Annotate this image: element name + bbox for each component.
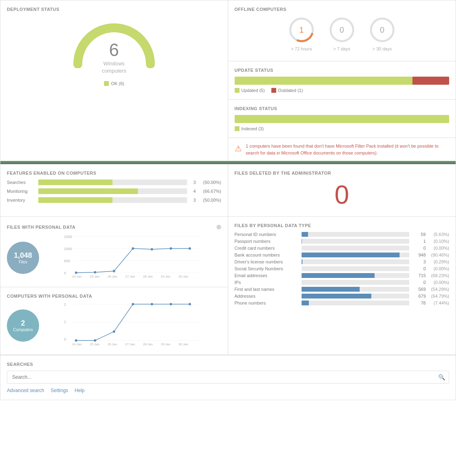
files-deleted-number: 0: [235, 180, 450, 210]
data-type-bar-fill: [302, 259, 303, 264]
data-type-count: 59: [412, 232, 426, 237]
deployment-legend: OK (6): [7, 81, 221, 86]
feature-label-inventory: Inventory: [7, 198, 35, 203]
legend-updated-label: Updated (5): [242, 88, 265, 93]
computers-personal-circle: 2 Computers: [7, 309, 39, 342]
feature-count-inventory: 3: [190, 198, 196, 203]
data-type-pct: (0.29%): [428, 259, 449, 264]
offline-val-7d: 0: [339, 25, 344, 35]
svg-point-37: [170, 303, 172, 305]
data-type-row: Passport numbers 1 (0.10%): [235, 239, 450, 244]
svg-point-13: [94, 271, 96, 273]
data-type-label: Passport numbers: [235, 239, 299, 244]
data-type-label: IPs: [235, 280, 299, 285]
data-type-bar-wrap: [302, 239, 410, 244]
circle-ring-72h: 1: [287, 16, 316, 44]
data-type-row: Driver's license numbers 3 (0.29%): [235, 259, 450, 264]
ok-legend-box: [104, 81, 109, 86]
data-type-count: 1: [412, 239, 426, 244]
offline-item-7d: 0 > 7 days: [328, 16, 356, 51]
svg-text:27 Jan: 27 Jan: [125, 275, 135, 278]
data-type-row: Bank account numbers 948 (90.46%): [235, 253, 450, 257]
feature-bar-inventory: [38, 197, 187, 203]
data-type-row: Email addresses 715 (68.23%): [235, 273, 450, 278]
gauge-container: 6 Windowscomputers: [7, 16, 221, 75]
update-progress-bar: [235, 77, 450, 85]
legend-indexed-label: Indexed (3): [242, 126, 264, 131]
advanced-search-link[interactable]: Advanced search: [7, 388, 44, 393]
zoom-icon[interactable]: ⊕: [216, 223, 221, 231]
data-type-pct: (54.29%): [428, 287, 449, 292]
svg-point-35: [132, 303, 134, 305]
dot-updated: [235, 88, 239, 93]
svg-text:30 Jan: 30 Jan: [179, 275, 188, 278]
searches-panel: SEARCHES 🔍 Advanced search Settings Help: [0, 355, 456, 400]
bar-outdated: [412, 77, 449, 85]
feature-pct-searches: (50.00%): [199, 180, 221, 185]
data-type-row: Personal ID numbers 59 (5.63%): [235, 232, 450, 237]
svg-text:500: 500: [64, 259, 70, 263]
svg-point-17: [170, 247, 172, 250]
data-type-label: Phone numbers: [235, 301, 299, 305]
update-legend: Updated (5) Outdated (1): [235, 88, 450, 93]
svg-text:26 Jan: 26 Jan: [108, 342, 117, 346]
data-type-count: 0: [412, 266, 426, 271]
offline-panel: OFFLINE COMPUTERS 1 > 72 hours: [228, 0, 456, 61]
data-type-bar-wrap: [302, 287, 410, 292]
svg-text:24 Jan: 24 Jan: [72, 342, 82, 346]
svg-text:29 Jan: 29 Jan: [161, 342, 171, 346]
indexing-title: INDEXING STATUS: [235, 106, 450, 111]
indexing-progress-bar: [235, 115, 450, 123]
deployment-number: 6: [102, 40, 126, 60]
data-type-pct: (68.23%): [428, 273, 449, 278]
svg-point-16: [151, 248, 153, 251]
svg-point-38: [189, 303, 191, 305]
svg-point-32: [75, 339, 77, 342]
files-deleted-panel: FILES DELETED BY THE ADMINISTRATOR 0: [228, 164, 456, 216]
svg-point-34: [113, 330, 115, 333]
data-types-panel: FILES BY PERSONAL DATA TYPE Personal ID …: [228, 217, 456, 355]
personal-files-chart-area: 1,048 Files 1500 1000 500 0: [7, 235, 221, 280]
feature-pct-monitoring: (66.67%): [199, 189, 221, 194]
dot-outdated: [271, 88, 276, 93]
svg-text:25 Jan: 25 Jan: [90, 275, 100, 278]
legend-outdated: Outdated (1): [271, 88, 303, 93]
offline-val-30d: 0: [380, 25, 384, 35]
data-type-count: 569: [412, 287, 426, 292]
offline-item-72h: 1 > 72 hours: [287, 16, 316, 51]
settings-link[interactable]: Settings: [51, 388, 68, 393]
top-section: DEPLOYMENT STATUS 6 Windowscomputers OK …: [0, 0, 456, 163]
svg-text:28 Jan: 28 Jan: [143, 342, 153, 346]
data-type-bar-wrap: [302, 301, 410, 305]
data-type-label: Personal ID numbers: [235, 232, 299, 237]
ok-legend-label: OK (6): [111, 81, 124, 86]
lower-section: FILES WITH PERSONAL DATA ⊕ 1,048 Files 1…: [0, 217, 456, 355]
update-status-panel: UPDATE STATUS Updated (5) Outdated (1): [228, 61, 456, 100]
svg-text:1000: 1000: [64, 247, 72, 251]
offline-label-72h: > 72 hours: [291, 46, 312, 51]
data-type-pct: (64.79%): [428, 294, 449, 299]
feature-bar-searches: [38, 180, 187, 185]
data-type-count: 679: [412, 294, 426, 299]
svg-text:30 Jan: 30 Jan: [179, 342, 188, 346]
svg-point-14: [113, 270, 115, 272]
svg-text:27 Jan: 27 Jan: [125, 342, 135, 346]
data-type-label: Driver's license numbers: [235, 259, 299, 264]
data-type-pct: (0.00%): [428, 266, 449, 271]
svg-text:26 Jan: 26 Jan: [108, 275, 117, 278]
dot-indexed: [235, 126, 239, 131]
features-panel: FEATURES ENABLED ON COMPUTERS Searches 3…: [0, 164, 228, 216]
help-link[interactable]: Help: [75, 388, 85, 393]
data-type-bar-fill: [302, 287, 360, 292]
computers-personal-num: 2: [21, 319, 25, 328]
feature-bar-fill-monitoring: [38, 188, 138, 194]
personal-files-svg: 1500 1000 500 0: [44, 235, 221, 279]
offline-label-30d: > 30 days: [373, 46, 392, 51]
feature-bar-fill-searches: [38, 180, 112, 185]
data-type-row: First and last names 569 (54.29%): [235, 287, 450, 292]
right-column: OFFLINE COMPUTERS 1 > 72 hours: [228, 0, 456, 161]
svg-text:28 Jan: 28 Jan: [143, 275, 153, 278]
feature-row-inventory: Inventory 3 (50.00%): [7, 197, 221, 203]
personal-files-circle: 1,048 Files: [7, 242, 39, 274]
search-input[interactable]: [7, 371, 449, 384]
